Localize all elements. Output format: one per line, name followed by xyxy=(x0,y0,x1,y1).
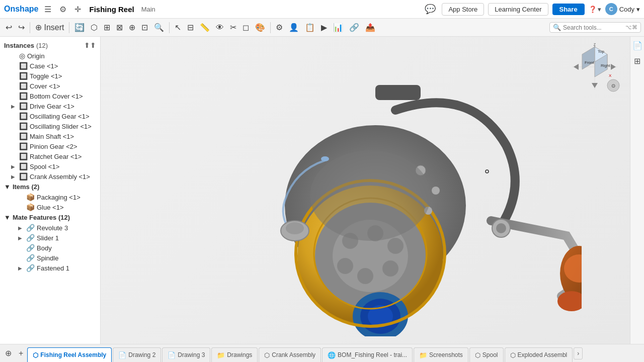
mate-features-section-header[interactable]: ▼ Mate Features (12) xyxy=(0,212,100,223)
view-explode-button[interactable]: ⊠ xyxy=(114,21,125,34)
plus-button[interactable]: ✛ xyxy=(72,4,83,15)
tree-item-glue[interactable]: 📦 Glue <1> xyxy=(0,202,100,212)
navigation-cube[interactable]: Top Front Right Z X ⊙ xyxy=(570,42,620,92)
mates-button[interactable]: 👤 xyxy=(286,21,301,34)
origin-icon: ◎ xyxy=(19,52,25,60)
svg-text:Right: Right xyxy=(601,63,610,68)
instances-count: (12) xyxy=(36,42,48,49)
tab-assembly-icon: ⬡ xyxy=(33,351,38,359)
view-section-button[interactable]: ⊞ xyxy=(101,21,113,34)
divider-4 xyxy=(270,22,271,33)
chat-button[interactable]: 💬 xyxy=(423,3,438,16)
tree-item-cover[interactable]: 🔲 Cover <1> xyxy=(0,81,100,91)
user-menu[interactable]: C Cody ▾ xyxy=(605,3,640,15)
view-front-button[interactable]: 🔄 xyxy=(72,21,87,34)
slider1-icon: 🔗 xyxy=(26,234,35,242)
insert-icon: ⊕ xyxy=(35,23,42,32)
share-button[interactable]: Share xyxy=(552,4,585,15)
tab-drawing-2[interactable]: 📄 Drawing 2 xyxy=(113,347,161,363)
tree-item-bottom-cover[interactable]: 🔲 Bottom Cover <1> xyxy=(0,91,100,101)
tree-item-packaging[interactable]: 📦 Packaging <1> xyxy=(0,192,100,202)
right-panel-btn-1[interactable]: 📄 xyxy=(630,39,645,52)
onshape-logo[interactable]: Onshape xyxy=(4,5,38,14)
help-button[interactable]: ❓ ▾ xyxy=(589,6,601,13)
cover-icon: 🔲 xyxy=(19,82,28,90)
tree-item-case[interactable]: 🔲 Case <1> xyxy=(0,61,100,71)
app-store-button[interactable]: App Store xyxy=(442,3,484,16)
tab-drawing-3[interactable]: 📄 Drawing 3 xyxy=(162,347,210,363)
3d-viewport[interactable]: Top Front Right Z X ⊙ xyxy=(101,37,630,344)
motion-button[interactable]: 📊 xyxy=(331,21,346,34)
help-chevron: ▾ xyxy=(598,6,601,13)
tree-item-origin[interactable]: ◎ Origin xyxy=(0,51,100,61)
part-visible-button[interactable]: 👁 xyxy=(213,22,226,34)
svg-point-25 xyxy=(310,150,431,241)
tab-bom-icon: 🌐 xyxy=(328,351,336,359)
svg-text:Z: Z xyxy=(594,43,596,46)
bom-button[interactable]: 📋 xyxy=(302,21,317,34)
body-label: Body xyxy=(37,244,52,252)
tab-fishing-reel-assembly[interactable]: ⬡ Fishing Reel Assembly xyxy=(27,347,112,363)
tree-item-drive-gear[interactable]: ▶ 🔲 Drive Gear <1> xyxy=(0,101,100,111)
tab-bom-fishing-reel[interactable]: 🌐 BOM_Fishing Reel - trai... xyxy=(322,347,413,363)
tree-item-ratchet-gear[interactable]: 🔲 Ratchet Gear <1> xyxy=(0,151,100,161)
tree-item-revolute3[interactable]: ▶ 🔗 Revolute 3 xyxy=(0,223,100,233)
config-button[interactable]: ⚙ xyxy=(57,4,68,15)
menu-button[interactable]: ☰ xyxy=(42,4,53,15)
tree-item-toggle[interactable]: 🔲 Toggle <1> xyxy=(0,71,100,81)
tab-more-button[interactable]: › xyxy=(574,347,583,359)
instances-header[interactable]: Instances (12) ⬆⬆ xyxy=(0,40,100,51)
oscillating-gear-label: Oscillating Gear <1> xyxy=(30,113,90,120)
view-orient-button[interactable]: ⊕ xyxy=(126,21,138,34)
items-section-header[interactable]: ▼ Items (2) xyxy=(0,182,100,192)
orientation-selector[interactable]: ⊙ xyxy=(607,79,620,92)
tree-item-main-shaft[interactable]: 🔲 Main Shaft <1> xyxy=(0,131,100,141)
view-zoom-button[interactable]: 🔍 xyxy=(151,21,167,34)
search-input[interactable] xyxy=(563,24,623,31)
tab-drawings-icon: 📁 xyxy=(217,351,225,359)
tree-item-slider1[interactable]: ▶ 🔗 Slider 1 xyxy=(0,233,100,243)
tree-item-spool[interactable]: ▶ 🔲 Spool <1> xyxy=(0,161,100,171)
tree-item-spindle[interactable]: 🔗 Spindle xyxy=(0,253,100,263)
animation-button[interactable]: ▶ xyxy=(318,21,330,34)
scroll-to-top-button[interactable]: ⬆⬆ xyxy=(84,41,96,49)
part-color-button[interactable]: 🎨 xyxy=(253,21,268,34)
settings-button[interactable]: ⚙ xyxy=(273,21,285,34)
tab-crank-icon: ⬡ xyxy=(264,351,270,359)
divider-3 xyxy=(169,22,170,33)
tree-item-fastened1[interactable]: ▶ 🔗 Fastened 1 xyxy=(0,263,100,273)
tab-spool[interactable]: ⬡ Spool xyxy=(469,347,504,363)
learning-center-button[interactable]: Learning Center xyxy=(488,3,548,16)
mate-features-label: Mate Features (12) xyxy=(13,214,70,221)
right-panel-btn-2[interactable]: ⊞ xyxy=(632,54,642,68)
tab-fishing-reel-assembly-label: Fishing Reel Assembly xyxy=(40,351,106,358)
user-name: Cody xyxy=(619,6,634,13)
part-transparent-button[interactable]: ◻ xyxy=(240,21,252,34)
redo-button[interactable]: ↪ xyxy=(16,21,27,34)
undo-button[interactable]: ↩ xyxy=(3,21,15,34)
mate-features-collapse-chevron: ▼ xyxy=(4,214,11,221)
export-button[interactable]: 📤 xyxy=(363,21,378,34)
view-isometric-button[interactable]: ⬡ xyxy=(88,21,100,34)
tree-item-pinion-gear[interactable]: 🔲 Pinion Gear <2> xyxy=(0,141,100,151)
tab-screenshots[interactable]: 📁 Screenshots xyxy=(414,347,468,363)
collab-button[interactable]: 🔗 xyxy=(347,21,362,34)
tree-item-body[interactable]: 🔗 Body xyxy=(0,243,100,253)
tab-drawings[interactable]: 📁 Drawings xyxy=(211,347,258,363)
tab-home-button[interactable]: ⊕ xyxy=(2,347,15,359)
select-button[interactable]: ↖ xyxy=(172,21,184,34)
tree-item-oscillating-gear[interactable]: 🔲 Oscillating Gear <1> xyxy=(0,111,100,121)
view-fit-button[interactable]: ⊡ xyxy=(139,21,150,34)
drive-gear-icon: 🔲 xyxy=(19,102,28,110)
part-section-button[interactable]: ✂ xyxy=(227,21,239,34)
tree-item-crank-assembly[interactable]: ▶ 🔲 Crank Assembly <1> xyxy=(0,171,100,182)
reel-3d-view[interactable]: Top Front Right Z X ⊙ xyxy=(101,37,630,344)
tree-item-oscillating-slider[interactable]: 🔲 Oscillating Slider <1> xyxy=(0,121,100,131)
tab-crank-assembly[interactable]: ⬡ Crank Assembly xyxy=(259,347,321,363)
measure-button[interactable]: 📏 xyxy=(197,21,212,34)
tab-add-button[interactable]: + xyxy=(16,348,26,359)
insert-button[interactable]: ⊕ Insert xyxy=(33,21,66,34)
toggle-icon: 🔲 xyxy=(19,72,28,80)
tab-exploded-assembly[interactable]: ⬡ Exploded Assembl xyxy=(505,347,573,363)
zoom-area-button[interactable]: ⊟ xyxy=(185,21,196,34)
